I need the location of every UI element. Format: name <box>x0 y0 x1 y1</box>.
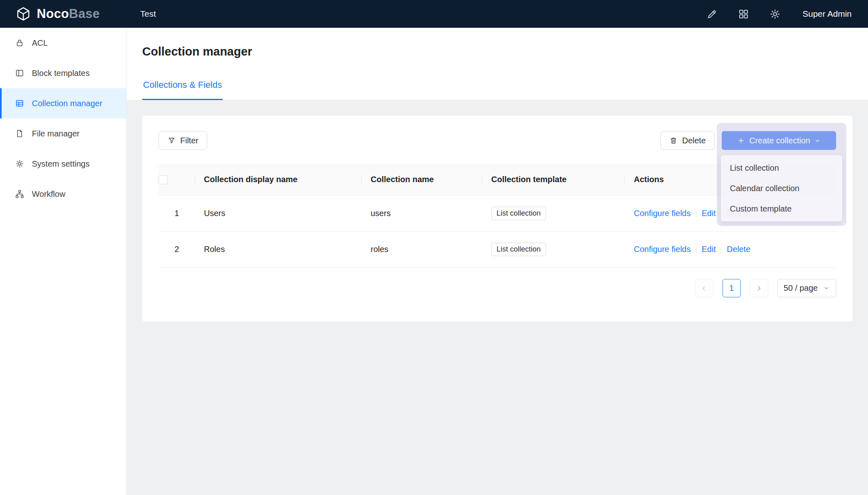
brand-logo[interactable]: NocoBase <box>16 6 124 22</box>
sidebar-item-system-settings[interactable]: System settings <box>0 149 126 179</box>
menu-item-calendar-collection[interactable]: Calendar collection <box>721 178 842 198</box>
gear-icon[interactable] <box>770 9 781 20</box>
sidebar-item-label: File manager <box>32 129 80 138</box>
pagination-next-button[interactable] <box>750 279 768 297</box>
layout-icon <box>15 69 24 78</box>
edit-link[interactable]: Edit <box>702 245 716 254</box>
top-header: NocoBase Test <box>0 0 868 28</box>
app: NocoBase Test <box>0 0 868 495</box>
filter-button[interactable]: Filter <box>159 131 207 150</box>
column-header-template: Collection template <box>482 164 625 196</box>
configure-fields-link[interactable]: Configure fields <box>634 245 691 254</box>
chevron-down-icon <box>823 285 830 291</box>
sidebar-item-collection-manager[interactable]: Collection manager <box>0 88 126 118</box>
user-menu[interactable]: Super Admin <box>803 9 852 19</box>
create-collection-menu: List collection Calendar collection Cust… <box>721 155 842 221</box>
highlighter-icon[interactable] <box>707 9 718 20</box>
brand-name: NocoBase <box>37 7 100 21</box>
pagination: 1 50 / page <box>159 279 836 297</box>
content-area: Filter Delete <box>127 100 868 495</box>
pagination-page-1[interactable]: 1 <box>723 279 741 297</box>
action-divider <box>721 247 721 253</box>
page-size-select[interactable]: 50 / page <box>777 279 836 297</box>
main-layout: ACL Block templates Collection manager <box>0 28 868 495</box>
file-icon <box>15 129 24 138</box>
create-collection-dropdown-overlay: Create collection List collection Calend… <box>717 123 846 226</box>
sidebar-item-acl[interactable]: ACL <box>0 28 126 58</box>
menu-item-list-collection[interactable]: List collection <box>721 158 842 178</box>
cell-name: roles <box>362 232 482 268</box>
chevron-down-icon <box>814 138 821 144</box>
menu-item-custom-template[interactable]: Custom template <box>721 198 842 219</box>
row-index: 1 <box>159 196 195 232</box>
tabs-bar: Collections & Fields <box>142 80 868 100</box>
sidebar-item-workflow[interactable]: Workflow <box>0 179 126 209</box>
table-row: 2 Roles roles List collection Configure … <box>159 232 836 268</box>
filter-icon <box>168 136 176 145</box>
trash-icon <box>669 136 678 145</box>
gear-icon <box>15 159 24 168</box>
cell-display-name: Roles <box>195 232 362 268</box>
page-head: Collection manager Collections & Fields <box>127 28 868 100</box>
template-tag: List collection <box>491 207 546 220</box>
table-icon <box>15 99 24 108</box>
collections-card: Filter Delete <box>142 116 852 321</box>
plus-icon <box>737 137 745 145</box>
template-tag: List collection <box>491 243 546 256</box>
workflow-icon <box>15 190 24 198</box>
header-actions: Super Admin <box>707 9 852 20</box>
pagination-prev-button[interactable] <box>695 279 714 297</box>
create-collection-button[interactable]: Create collection <box>722 131 836 150</box>
sidebar-item-label: Block templates <box>32 69 89 78</box>
sidebar-item-label: Collection manager <box>32 99 102 108</box>
cell-actions: Configure fieldsEditDelete <box>625 232 836 268</box>
lock-icon <box>15 38 24 47</box>
select-all-checkbox[interactable] <box>159 175 168 184</box>
chevron-left-icon <box>700 285 708 292</box>
sidebar-item-label: ACL <box>32 38 48 48</box>
cell-display-name: Users <box>195 196 362 232</box>
action-divider <box>696 247 696 253</box>
column-header-display-name: Collection display name <box>195 164 362 196</box>
column-header-name: Collection name <box>362 164 482 196</box>
sidebar-item-block-templates[interactable]: Block templates <box>0 58 126 88</box>
chevron-right-icon <box>755 285 763 292</box>
delete-button[interactable]: Delete <box>660 131 715 150</box>
tab-collections-fields[interactable]: Collections & Fields <box>142 80 223 100</box>
sidebar-item-file-manager[interactable]: File manager <box>0 118 126 149</box>
cell-name: users <box>362 196 482 232</box>
sidebar-item-label: Workflow <box>32 190 65 199</box>
action-divider <box>696 211 696 217</box>
configure-fields-link[interactable]: Configure fields <box>634 209 691 218</box>
main-area: Collection manager Collections & Fields … <box>127 28 868 495</box>
sidebar: ACL Block templates Collection manager <box>0 28 127 495</box>
row-index: 2 <box>159 232 195 268</box>
apps-icon[interactable] <box>738 9 749 20</box>
top-menu-test[interactable]: Test <box>140 9 156 19</box>
page-title: Collection manager <box>142 28 868 58</box>
delete-link[interactable]: Delete <box>727 245 750 254</box>
sidebar-item-label: System settings <box>32 159 89 169</box>
nocobase-cube-icon <box>16 6 31 22</box>
edit-link[interactable]: Edit <box>702 209 716 218</box>
